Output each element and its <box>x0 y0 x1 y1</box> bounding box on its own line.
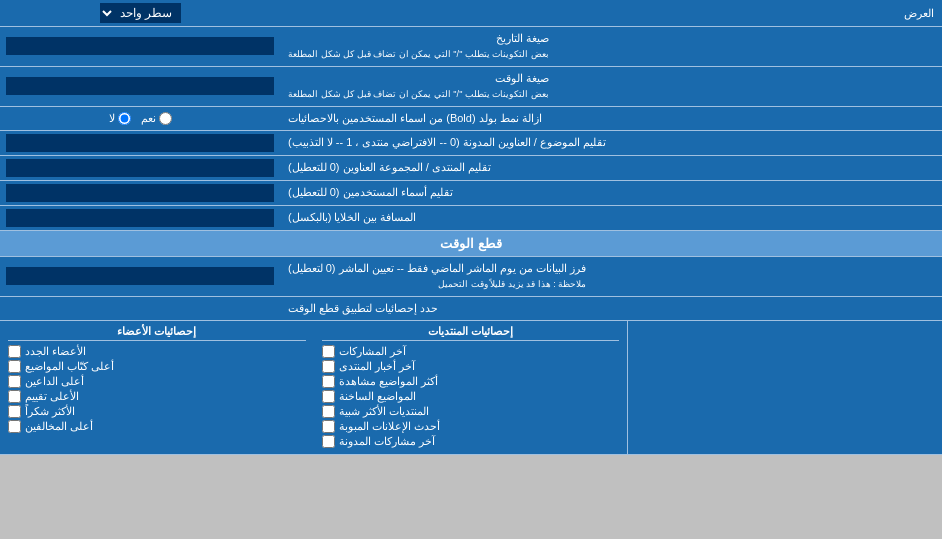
checkbox-most-thanked[interactable] <box>8 405 21 418</box>
checkbox-blog-posts[interactable] <box>322 435 335 448</box>
input-cell-date: d-m <box>0 27 280 66</box>
label-date-format: صيغة التاريخبعض التكوينات يتطلب "/" التي… <box>280 27 942 66</box>
checkbox-item-top-posters: أعلى كتّاب المواضيع <box>8 360 306 373</box>
checkbox-col-members-header: إحصائيات الأعضاء <box>8 325 306 341</box>
row-bold-remove: ازالة نمط بولد (Bold) من اسماء المستخدمي… <box>0 107 942 131</box>
input-cell-spacing: 2 <box>0 206 280 230</box>
row-forum-trim: تقليم المنتدى / المجموعة العناوين (0 للت… <box>0 156 942 181</box>
top-row: العرض سطر واحد <box>0 0 942 27</box>
checkbox-top-rated[interactable] <box>8 390 21 403</box>
main-container: العرض سطر واحد صيغة التاريخبعض التكوينات… <box>0 0 942 455</box>
checkbox-item-blog-posts: آخر مشاركات المدونة <box>322 435 620 448</box>
forum-trim-input[interactable]: 33 <box>6 159 274 177</box>
row-cutoff-days: فرز البيانات من يوم الماشر الماضي فقط --… <box>0 257 942 297</box>
checkbox-similar-forums[interactable] <box>322 405 335 418</box>
radio-cell-bold: نعم لا <box>0 107 280 130</box>
checkbox-top-violators[interactable] <box>8 420 21 433</box>
cell-spacing-input[interactable]: 2 <box>6 209 274 227</box>
checkbox-item-top-inviters: أعلى الداعين <box>8 375 306 388</box>
checkbox-item-top-violators: أعلى المخالفين <box>8 420 306 433</box>
row-topics-order: تقليم الموضوع / العناوين المدونة (0 -- ا… <box>0 131 942 156</box>
empty-col <box>628 321 942 454</box>
single-line-select[interactable]: سطر واحد <box>100 3 181 23</box>
checkbox-last-posts[interactable] <box>322 345 335 358</box>
row-cell-spacing: المسافة بين الخلايا (بالبكسل) 2 <box>0 206 942 231</box>
label-bold-remove: ازالة نمط بولد (Bold) من اسماء المستخدمي… <box>280 107 942 130</box>
checkbox-item-most-viewed: أكثر المواضيع مشاهدة <box>322 375 620 388</box>
checkbox-col-members: إحصائيات الأعضاء الأعضاء الجدد أعلى كتّا… <box>0 321 314 454</box>
input-cell-users: 0 <box>0 181 280 205</box>
row-users-trim: تقليم أسماء المستخدمين (0 للتعطيل) 0 <box>0 181 942 206</box>
checkbox-item-similar-forums: المنتديات الأكثر شبية <box>322 405 620 418</box>
date-format-input[interactable]: d-m <box>6 37 274 55</box>
checkbox-columns: إحصائيات المنتديات آخر المشاركات آخر أخب… <box>0 321 942 455</box>
label-checkbox-header: حدد إحصائيات لتطبيق قطع الوقت <box>280 297 942 320</box>
radio-no-label[interactable]: لا <box>109 112 131 125</box>
input-cell-top: سطر واحد <box>0 0 280 26</box>
time-format-input[interactable]: H:i <box>6 77 274 95</box>
checkbox-item-top-rated: الأعلى تقييم <box>8 390 306 403</box>
input-cell-forum: 33 <box>0 156 280 180</box>
checkbox-item-most-thanked: الأكثر شكراً <box>8 405 306 418</box>
input-cell-checkbox-header <box>0 297 280 320</box>
radio-yes-label[interactable]: نعم <box>141 112 172 125</box>
label-arrd: العرض <box>280 3 942 24</box>
checkbox-col-forums: إحصائيات المنتديات آخر المشاركات آخر أخب… <box>314 321 629 454</box>
label-topics-order: تقليم الموضوع / العناوين المدونة (0 -- ا… <box>280 131 942 155</box>
input-cell-time: H:i <box>0 67 280 106</box>
row-date-format: صيغة التاريخبعض التكوينات يتطلب "/" التي… <box>0 27 942 67</box>
users-trim-input[interactable]: 0 <box>6 184 274 202</box>
row-time-format: صيغة الوقتبعض التكوينات يتطلب "/" التي ي… <box>0 67 942 107</box>
checkbox-forum-news[interactable] <box>322 360 335 373</box>
checkbox-item-classifieds: أحدث الإعلانات المبوبة <box>322 420 620 433</box>
checkbox-col-forums-header: إحصائيات المنتديات <box>322 325 620 341</box>
checkbox-item-new-members: الأعضاء الجدد <box>8 345 306 358</box>
input-cell-topics: 33 <box>0 131 280 155</box>
label-cutoff-days: فرز البيانات من يوم الماشر الماضي فقط --… <box>280 257 942 296</box>
checkbox-hot-topics[interactable] <box>322 390 335 403</box>
label-time-format: صيغة الوقتبعض التكوينات يتطلب "/" التي ي… <box>280 67 942 106</box>
label-cell-spacing: المسافة بين الخلايا (بالبكسل) <box>280 206 942 230</box>
cutoff-days-input[interactable]: 0 <box>6 267 274 285</box>
checkbox-classifieds[interactable] <box>322 420 335 433</box>
checkbox-new-members[interactable] <box>8 345 21 358</box>
label-forum-trim: تقليم المنتدى / المجموعة العناوين (0 للت… <box>280 156 942 180</box>
radio-no[interactable] <box>118 112 131 125</box>
section-header-cutoff: قطع الوقت <box>0 231 942 257</box>
checkbox-item-hot-topics: المواضيع الساخنة <box>322 390 620 403</box>
checkbox-most-viewed[interactable] <box>322 375 335 388</box>
topics-order-input[interactable]: 33 <box>6 134 274 152</box>
checkbox-top-posters[interactable] <box>8 360 21 373</box>
row-checkbox-header: حدد إحصائيات لتطبيق قطع الوقت <box>0 297 942 321</box>
checkbox-item-forum-news: آخر أخبار المنتدى <box>322 360 620 373</box>
label-users-trim: تقليم أسماء المستخدمين (0 للتعطيل) <box>280 181 942 205</box>
checkbox-item-last-posts: آخر المشاركات <box>322 345 620 358</box>
input-cell-cutoff: 0 <box>0 257 280 296</box>
checkbox-top-inviters[interactable] <box>8 375 21 388</box>
radio-yes[interactable] <box>159 112 172 125</box>
